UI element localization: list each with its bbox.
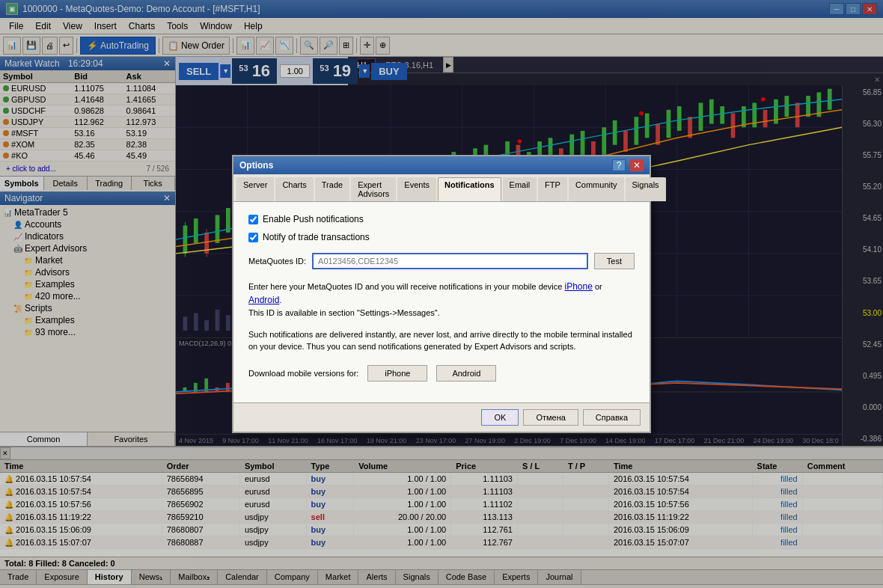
mq-id-label: MetaQuotes ID: <box>248 257 306 266</box>
notify-trade-checkbox[interactable] <box>248 233 258 242</box>
dialog-tab-ftp[interactable]: FTP <box>538 177 567 201</box>
dialog-close-btn[interactable]: ✕ <box>630 159 644 171</box>
dialog-tab-charts[interactable]: Charts <box>275 177 313 201</box>
enable-push-notifications-row: Enable Push notifications <box>248 214 635 224</box>
cancel-button[interactable]: Отмена <box>523 409 578 426</box>
dialog-title-buttons: ? ✕ <box>612 159 644 171</box>
notify-trade-label: Notify of trade transactions <box>263 232 370 242</box>
dialog-tab-expert-advisors[interactable]: Expert Advisors <box>351 177 396 201</box>
dialog-tab-events[interactable]: Events <box>397 177 436 201</box>
help-button[interactable]: Справка <box>583 409 641 426</box>
options-dialog: Options ? ✕ Server Charts Trade Expert A… <box>232 155 651 433</box>
download-label: Download mobile versions for: <box>248 369 358 378</box>
dialog-content: Enable Push notifications Notify of trad… <box>233 202 650 402</box>
dialog-tab-signals[interactable]: Signals <box>626 177 666 201</box>
dialog-tabs: Server Charts Trade Expert Advisors Even… <box>233 174 650 202</box>
iphone-link[interactable]: iPhone <box>565 281 593 292</box>
dialog-tab-notifications[interactable]: Notifications <box>438 177 501 201</box>
dialog-tab-server[interactable]: Server <box>236 177 274 201</box>
mq-id-row: MetaQuotes ID: Test <box>248 253 635 269</box>
dialog-footer: OK Отмена Справка <box>233 402 650 432</box>
info-text-2: Such notifications are delivered instant… <box>248 328 635 353</box>
download-row: Download mobile versions for: iPhone And… <box>248 365 635 382</box>
enable-push-notifications-checkbox[interactable] <box>248 215 258 224</box>
notify-trade-row: Notify of trade transactions <box>248 232 635 242</box>
mq-id-input[interactable] <box>312 253 588 269</box>
info-text-1: Enter here your MetaQuotes ID and you wi… <box>248 280 635 319</box>
dialog-title-bar: Options ? ✕ <box>233 156 650 174</box>
dialog-help-btn[interactable]: ? <box>612 159 626 171</box>
android-download-btn[interactable]: Android <box>436 365 496 382</box>
android-link-inline[interactable]: Android <box>248 295 279 305</box>
test-button[interactable]: Test <box>594 253 635 269</box>
dialog-tab-trade[interactable]: Trade <box>315 177 349 201</box>
dialog-tab-community[interactable]: Community <box>569 177 624 201</box>
iphone-download-btn[interactable]: iPhone <box>367 365 427 382</box>
enable-push-notifications-label: Enable Push notifications <box>263 214 364 224</box>
dialog-title-text: Options <box>239 160 273 171</box>
dialog-overlay: Options ? ✕ Server Charts Trade Expert A… <box>0 0 883 588</box>
ok-button[interactable]: OK <box>481 409 519 426</box>
dialog-tab-email[interactable]: Email <box>503 177 537 201</box>
